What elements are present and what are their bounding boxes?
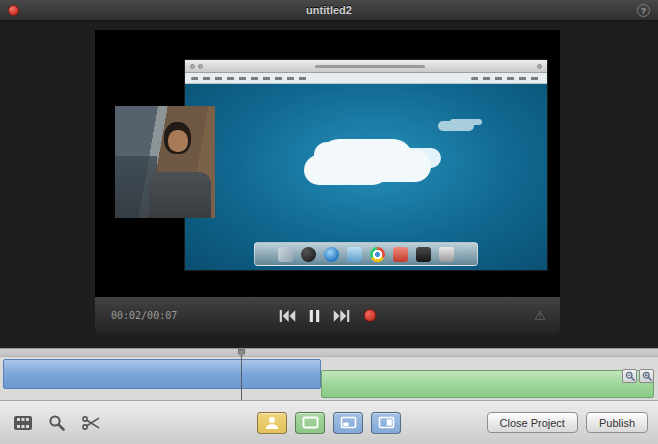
pause-button[interactable] <box>309 310 319 322</box>
timeline-zoom-in-button[interactable] <box>639 369 654 383</box>
scissors-icon <box>82 416 100 430</box>
magnifier-icon <box>48 414 66 432</box>
cloud-graphic <box>304 155 388 185</box>
desktop-wallpaper <box>185 84 547 270</box>
timeline <box>0 348 658 400</box>
webcam-track-clip[interactable] <box>321 370 654 398</box>
dock-icon <box>439 247 454 262</box>
screen-view-button[interactable] <box>295 412 325 434</box>
project-buttons: Close Project Publish <box>487 412 649 433</box>
zoom-tool-button[interactable] <box>44 410 70 436</box>
captured-window-control-dot <box>198 64 203 69</box>
screen-recording-clip[interactable] <box>185 60 547 270</box>
dock-icon <box>324 247 339 262</box>
captured-window-title-smudge <box>315 65 425 68</box>
record-dot-icon <box>363 309 376 322</box>
edit-tools <box>10 410 104 436</box>
clips-tool-button[interactable] <box>10 410 36 436</box>
film-strip-icon <box>13 415 33 431</box>
captured-menu-bar <box>185 73 547 84</box>
dock-icon <box>301 247 316 262</box>
warning-icon: ⚠ <box>534 308 546 323</box>
preview-stage: 00:02/00:07 ⚠ <box>0 21 658 348</box>
close-project-button[interactable]: Close Project <box>487 412 578 433</box>
view-mode-buttons <box>257 412 401 434</box>
dock-icon <box>393 247 408 262</box>
playhead[interactable] <box>241 349 242 400</box>
timeline-tracks <box>0 357 658 400</box>
playback-bar: 00:02/00:07 ⚠ <box>95 297 560 334</box>
transport-controls <box>279 309 376 322</box>
timeline-ruler[interactable] <box>0 349 658 357</box>
person-icon <box>264 416 280 429</box>
record-button[interactable] <box>363 309 376 322</box>
webcam-view-button[interactable] <box>257 412 287 434</box>
person-face <box>168 130 188 152</box>
dock-icon <box>278 247 293 262</box>
dock <box>254 242 478 266</box>
person-body <box>149 172 211 218</box>
timeline-zoom-controls <box>622 369 654 383</box>
dock-icon <box>416 247 431 262</box>
captured-window-control-dot <box>190 64 195 69</box>
dock-icon <box>370 247 385 262</box>
dock-icon <box>347 247 362 262</box>
pip-layout-icon <box>340 416 357 429</box>
titlebar: untitled2 ? <box>0 0 658 21</box>
publish-button[interactable]: Publish <box>586 412 648 433</box>
timeline-zoom-out-button[interactable] <box>622 369 637 383</box>
window-title: untitled2 <box>306 4 352 16</box>
video-canvas <box>95 30 560 297</box>
menu-status-smudge <box>471 77 541 80</box>
menu-items-smudge <box>191 77 311 80</box>
close-window-button[interactable] <box>8 5 19 16</box>
monitor-icon <box>302 416 319 429</box>
help-button[interactable]: ? <box>637 4 650 17</box>
timecode: 00:02/00:07 <box>111 310 177 321</box>
skip-back-button[interactable] <box>279 310 295 322</box>
skip-forward-button[interactable] <box>333 310 349 322</box>
webcam-clip[interactable] <box>115 106 215 218</box>
captured-window-titlebar <box>185 60 547 73</box>
layout-side-button[interactable] <box>371 412 401 434</box>
cut-tool-button[interactable] <box>78 410 104 436</box>
bottom-toolbar: Close Project Publish <box>0 400 658 444</box>
cloud-graphic-small <box>438 121 474 131</box>
layout-pip-button[interactable] <box>333 412 363 434</box>
captured-window-control-dot <box>537 64 542 69</box>
screen-track-clip[interactable] <box>3 359 321 389</box>
app-window: untitled2 ? <box>0 0 658 444</box>
side-layout-icon <box>378 416 395 429</box>
